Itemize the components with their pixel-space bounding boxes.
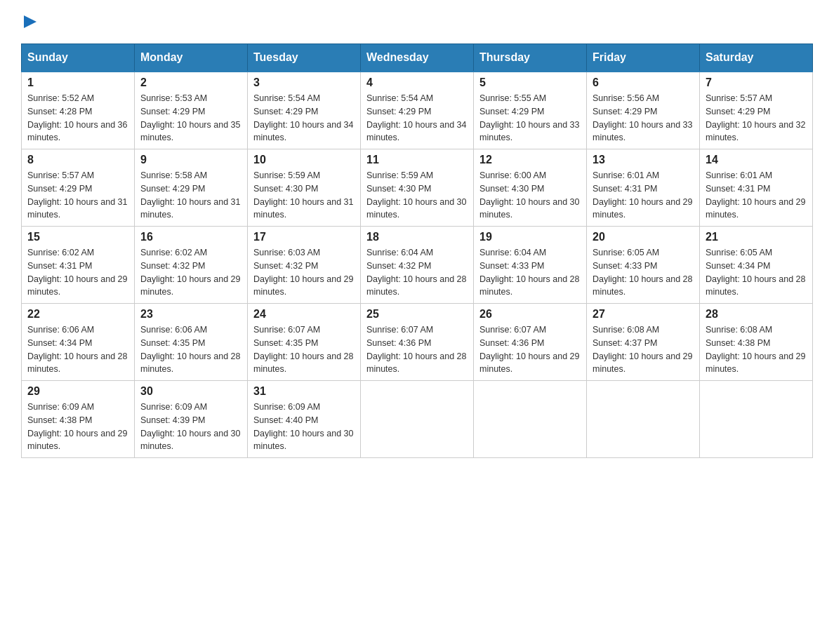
page-header [21, 14, 813, 29]
day-number: 18 [366, 231, 468, 243]
day-number: 17 [253, 231, 355, 243]
calendar-day-cell [700, 381, 813, 458]
day-number: 4 [366, 76, 468, 89]
day-info: Sunrise: 6:02 AM Sunset: 4:31 PM Dayligh… [27, 246, 128, 299]
day-number: 19 [479, 231, 581, 243]
day-info: Sunrise: 5:57 AM Sunset: 4:29 PM Dayligh… [27, 169, 128, 222]
calendar-day-header: Saturday [700, 44, 813, 72]
day-info: Sunrise: 6:05 AM Sunset: 4:33 PM Dayligh… [593, 246, 694, 299]
calendar-day-cell: 9 Sunrise: 5:58 AM Sunset: 4:29 PM Dayli… [135, 149, 248, 227]
day-number: 22 [27, 308, 128, 321]
calendar-week-row: 15 Sunrise: 6:02 AM Sunset: 4:31 PM Dayl… [22, 227, 813, 304]
day-number: 3 [253, 76, 355, 89]
day-info: Sunrise: 6:03 AM Sunset: 4:32 PM Dayligh… [253, 246, 355, 299]
day-info: Sunrise: 6:06 AM Sunset: 4:35 PM Dayligh… [140, 323, 241, 376]
day-info: Sunrise: 5:56 AM Sunset: 4:29 PM Dayligh… [593, 92, 694, 145]
calendar-day-cell: 4 Sunrise: 5:54 AM Sunset: 4:29 PM Dayli… [361, 72, 474, 149]
day-number: 7 [706, 76, 807, 89]
calendar-day-cell: 14 Sunrise: 6:01 AM Sunset: 4:31 PM Dayl… [700, 149, 813, 227]
day-number: 11 [366, 154, 468, 166]
calendar-day-cell: 2 Sunrise: 5:53 AM Sunset: 4:29 PM Dayli… [135, 72, 248, 149]
day-info: Sunrise: 5:54 AM Sunset: 4:29 PM Dayligh… [366, 92, 468, 145]
calendar-header-row: SundayMondayTuesdayWednesdayThursdayFrid… [22, 44, 813, 72]
day-number: 31 [253, 385, 355, 398]
calendar-day-cell: 3 Sunrise: 5:54 AM Sunset: 4:29 PM Dayli… [248, 72, 361, 149]
day-info: Sunrise: 6:07 AM Sunset: 4:36 PM Dayligh… [366, 323, 468, 376]
calendar-day-cell: 22 Sunrise: 6:06 AM Sunset: 4:34 PM Dayl… [22, 304, 135, 381]
day-number: 29 [27, 385, 128, 398]
day-info: Sunrise: 5:59 AM Sunset: 4:30 PM Dayligh… [366, 169, 468, 222]
logo [21, 14, 38, 29]
calendar-day-cell: 23 Sunrise: 6:06 AM Sunset: 4:35 PM Dayl… [135, 304, 248, 381]
calendar-day-cell: 8 Sunrise: 5:57 AM Sunset: 4:29 PM Dayli… [22, 149, 135, 227]
day-number: 26 [479, 308, 581, 321]
calendar-day-header: Monday [135, 44, 248, 72]
day-number: 21 [706, 231, 807, 243]
day-number: 8 [27, 154, 128, 166]
svg-marker-0 [24, 15, 37, 28]
day-info: Sunrise: 6:06 AM Sunset: 4:34 PM Dayligh… [27, 323, 128, 376]
calendar-week-row: 1 Sunrise: 5:52 AM Sunset: 4:28 PM Dayli… [22, 72, 813, 149]
day-info: Sunrise: 6:08 AM Sunset: 4:37 PM Dayligh… [593, 323, 694, 376]
day-info: Sunrise: 6:08 AM Sunset: 4:38 PM Dayligh… [706, 323, 807, 376]
day-number: 16 [140, 231, 241, 243]
day-number: 15 [27, 231, 128, 243]
calendar-day-cell: 18 Sunrise: 6:04 AM Sunset: 4:32 PM Dayl… [361, 227, 474, 304]
day-number: 6 [593, 76, 694, 89]
calendar-day-cell [587, 381, 700, 458]
day-info: Sunrise: 6:00 AM Sunset: 4:30 PM Dayligh… [479, 169, 581, 222]
calendar-day-cell: 17 Sunrise: 6:03 AM Sunset: 4:32 PM Dayl… [248, 227, 361, 304]
day-number: 27 [593, 308, 694, 321]
day-number: 1 [27, 76, 128, 89]
calendar-day-cell: 25 Sunrise: 6:07 AM Sunset: 4:36 PM Dayl… [361, 304, 474, 381]
day-number: 12 [479, 154, 581, 166]
calendar-day-cell: 7 Sunrise: 5:57 AM Sunset: 4:29 PM Dayli… [700, 72, 813, 149]
calendar-day-header: Tuesday [248, 44, 361, 72]
calendar-week-row: 22 Sunrise: 6:06 AM Sunset: 4:34 PM Dayl… [22, 304, 813, 381]
calendar-day-header: Wednesday [361, 44, 474, 72]
day-info: Sunrise: 5:52 AM Sunset: 4:28 PM Dayligh… [27, 92, 128, 145]
calendar-day-cell: 20 Sunrise: 6:05 AM Sunset: 4:33 PM Dayl… [587, 227, 700, 304]
day-number: 9 [140, 154, 241, 166]
calendar-day-cell: 13 Sunrise: 6:01 AM Sunset: 4:31 PM Dayl… [587, 149, 700, 227]
day-number: 28 [706, 308, 807, 321]
calendar-day-cell [474, 381, 587, 458]
calendar-day-cell: 24 Sunrise: 6:07 AM Sunset: 4:35 PM Dayl… [248, 304, 361, 381]
calendar-day-cell: 16 Sunrise: 6:02 AM Sunset: 4:32 PM Dayl… [135, 227, 248, 304]
day-number: 2 [140, 76, 241, 89]
day-number: 14 [706, 154, 807, 166]
day-info: Sunrise: 6:09 AM Sunset: 4:38 PM Dayligh… [27, 401, 128, 453]
day-info: Sunrise: 6:02 AM Sunset: 4:32 PM Dayligh… [140, 246, 241, 299]
day-info: Sunrise: 6:07 AM Sunset: 4:35 PM Dayligh… [253, 323, 355, 376]
day-info: Sunrise: 5:53 AM Sunset: 4:29 PM Dayligh… [140, 92, 241, 145]
calendar-day-header: Sunday [22, 44, 135, 72]
calendar-day-cell: 19 Sunrise: 6:04 AM Sunset: 4:33 PM Dayl… [474, 227, 587, 304]
calendar-day-cell: 15 Sunrise: 6:02 AM Sunset: 4:31 PM Dayl… [22, 227, 135, 304]
calendar-week-row: 8 Sunrise: 5:57 AM Sunset: 4:29 PM Dayli… [22, 149, 813, 227]
day-number: 13 [593, 154, 694, 166]
calendar-day-cell: 30 Sunrise: 6:09 AM Sunset: 4:39 PM Dayl… [135, 381, 248, 458]
day-info: Sunrise: 5:55 AM Sunset: 4:29 PM Dayligh… [479, 92, 581, 145]
calendar-day-cell: 21 Sunrise: 6:05 AM Sunset: 4:34 PM Dayl… [700, 227, 813, 304]
logo-triangle-icon [22, 14, 38, 29]
calendar-day-cell: 28 Sunrise: 6:08 AM Sunset: 4:38 PM Dayl… [700, 304, 813, 381]
calendar-day-cell [361, 381, 474, 458]
calendar-day-cell: 6 Sunrise: 5:56 AM Sunset: 4:29 PM Dayli… [587, 72, 700, 149]
calendar-day-cell: 5 Sunrise: 5:55 AM Sunset: 4:29 PM Dayli… [474, 72, 587, 149]
calendar-day-header: Friday [587, 44, 700, 72]
day-info: Sunrise: 6:04 AM Sunset: 4:33 PM Dayligh… [479, 246, 581, 299]
calendar-table: SundayMondayTuesdayWednesdayThursdayFrid… [21, 43, 813, 458]
day-info: Sunrise: 6:05 AM Sunset: 4:34 PM Dayligh… [706, 246, 807, 299]
calendar-day-cell: 12 Sunrise: 6:00 AM Sunset: 4:30 PM Dayl… [474, 149, 587, 227]
day-info: Sunrise: 6:01 AM Sunset: 4:31 PM Dayligh… [706, 169, 807, 222]
day-number: 24 [253, 308, 355, 321]
calendar-day-cell: 26 Sunrise: 6:07 AM Sunset: 4:36 PM Dayl… [474, 304, 587, 381]
calendar-week-row: 29 Sunrise: 6:09 AM Sunset: 4:38 PM Dayl… [22, 381, 813, 458]
calendar-day-header: Thursday [474, 44, 587, 72]
day-number: 5 [479, 76, 581, 89]
day-info: Sunrise: 5:59 AM Sunset: 4:30 PM Dayligh… [253, 169, 355, 222]
day-number: 25 [366, 308, 468, 321]
calendar-day-cell: 10 Sunrise: 5:59 AM Sunset: 4:30 PM Dayl… [248, 149, 361, 227]
day-number: 23 [140, 308, 241, 321]
day-info: Sunrise: 6:07 AM Sunset: 4:36 PM Dayligh… [479, 323, 581, 376]
